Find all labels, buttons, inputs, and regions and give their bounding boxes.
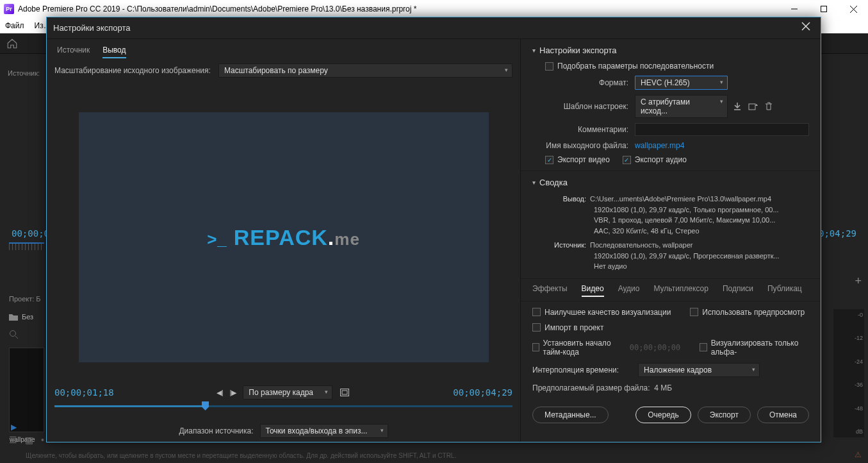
- preview-logo: >_REPACK.me: [207, 225, 360, 250]
- delete-preset-icon[interactable]: [765, 102, 773, 111]
- format-dropdown[interactable]: HEVC (H.265)▾: [635, 76, 728, 90]
- preset-dropdown[interactable]: С атрибутами исход...▾: [635, 95, 728, 118]
- bg-time-ruler[interactable]: [9, 242, 44, 250]
- chevron-down-icon: ▾: [505, 67, 508, 73]
- export-video-checkbox[interactable]: Экспорт видео: [545, 155, 610, 164]
- list-view-icon[interactable]: ☰: [9, 435, 17, 445]
- source-range-dropdown[interactable]: Точки входа/выхода в эпиз...▾: [260, 424, 388, 438]
- summary-line: Последовательность, wallpaper: [590, 241, 692, 249]
- tab-audio[interactable]: Аудио: [618, 284, 640, 297]
- export-settings-header[interactable]: ▾Настройки экспорта: [532, 46, 809, 55]
- metadata-button[interactable]: Метаданные...: [532, 407, 609, 423]
- svg-rect-8: [341, 389, 349, 396]
- preview-canvas: >_REPACK.me: [79, 112, 489, 362]
- svg-rect-1: [821, 6, 827, 12]
- summary-line: C:\User...uments\Adobe\Premiere Pro\13.0…: [590, 195, 771, 203]
- preview-area: >_REPACK.me: [47, 81, 520, 383]
- timeline-scrubber[interactable]: [54, 402, 512, 411]
- use-previews-checkbox[interactable]: Использовать предпросмотр: [690, 308, 805, 317]
- meter-tick: dB: [856, 428, 863, 435]
- grid-view-icon[interactable]: ▦: [25, 435, 33, 445]
- timecode-in[interactable]: 00;00;01;18: [54, 387, 114, 398]
- meter-tick: -48: [855, 405, 863, 412]
- save-preset-icon[interactable]: [733, 102, 742, 111]
- summary-line: 1920x1080 (1,0), 29,97 кадр/с, Прогресси…: [545, 251, 809, 262]
- dialog-close-button[interactable]: [801, 22, 814, 35]
- tab-output[interactable]: Вывод: [102, 46, 126, 58]
- fit-dropdown[interactable]: По размеру кадра▾: [243, 385, 332, 400]
- cancel-button[interactable]: Отмена: [757, 407, 809, 423]
- next-frame-button[interactable]: |▶: [230, 389, 237, 397]
- home-icon[interactable]: [6, 38, 18, 49]
- close-button[interactable]: [839, 0, 868, 18]
- render-alpha-only-checkbox[interactable]: Визуализировать только альфа-: [700, 339, 809, 357]
- meter-tick: -0: [858, 312, 863, 318]
- export-settings-dialog: Настройки экспорта Источник Вывод Масшта…: [46, 17, 821, 442]
- aspect-ratio-icon[interactable]: [339, 387, 350, 398]
- minimize-button[interactable]: [780, 0, 809, 18]
- bg-timecode-left: 00;00;0: [12, 228, 49, 239]
- set-start-timecode-checkbox[interactable]: Установить начало тайм-кода 00;00;00;00: [532, 339, 680, 357]
- format-label: Формат:: [545, 78, 635, 87]
- audio-meters: -0 -12 -24 -36 -48 dB: [833, 309, 864, 437]
- bg-bin-row[interactable]: Без: [9, 313, 33, 321]
- tab-video[interactable]: Видео: [582, 284, 604, 297]
- svg-rect-9: [342, 391, 347, 394]
- output-filename-link[interactable]: wallpaper.mp4: [635, 141, 684, 150]
- max-render-quality-checkbox[interactable]: Наилучшее качество визуализации: [532, 308, 671, 317]
- maximize-button[interactable]: [809, 0, 839, 18]
- summary-line: Нет аудио: [545, 261, 809, 272]
- comments-input[interactable]: [635, 123, 809, 136]
- warning-icon[interactable]: ⚠: [855, 450, 862, 459]
- queue-button[interactable]: Очередь: [635, 407, 691, 423]
- source-range-label: Диапазон источника:: [179, 426, 253, 435]
- playhead[interactable]: [202, 401, 209, 410]
- tab-publish[interactable]: Публикац: [767, 284, 802, 297]
- search-icon[interactable]: [9, 330, 18, 339]
- bg-clip-thumbnail[interactable]: ▶ wallpape: [9, 348, 44, 432]
- tab-multiplexer[interactable]: Мультиплексор: [653, 284, 708, 297]
- export-button[interactable]: Экспорт: [698, 407, 751, 423]
- sort-icon[interactable]: •: [41, 435, 44, 445]
- tab-effects[interactable]: Эффекты: [532, 284, 568, 297]
- timecode-out[interactable]: 00;00;04;29: [453, 387, 512, 398]
- play-icon: ▶: [11, 423, 19, 430]
- meter-tick: -12: [855, 335, 863, 341]
- bg-bottom-icons: ☰ ▦ •: [9, 435, 44, 445]
- summary-output-label: Вывод:: [545, 194, 590, 205]
- bg-source-label: Источник:: [8, 69, 40, 77]
- menu-file[interactable]: Файл: [5, 21, 24, 30]
- summary-source-label: Источник:: [545, 240, 590, 251]
- bg-timecode-right: 0;04;29: [819, 228, 856, 239]
- svg-line-5: [15, 336, 18, 339]
- summary-line: AAC, 320 Кбит/с, 48 кГц, Стерео: [545, 226, 809, 237]
- estimated-size-label: Предполагаемый размер файла:: [532, 383, 650, 392]
- chevron-down-icon: ▾: [325, 389, 328, 395]
- scale-dropdown[interactable]: Масштабировать по размеру▾: [218, 63, 512, 78]
- tab-captions[interactable]: Подписи: [723, 284, 753, 297]
- svg-point-4: [10, 331, 16, 337]
- chevron-down-icon: ▾: [381, 427, 384, 434]
- dialog-title: Настройки экспорта: [53, 23, 131, 33]
- svg-rect-11: [749, 104, 755, 110]
- match-sequence-checkbox[interactable]: Подобрать параметры последовательности: [545, 62, 809, 71]
- titlebar: Pr Adobe Premiere Pro CC 2019 - C:\Польз…: [0, 0, 868, 18]
- summary-line: 1920x1080 (1,0), 29,97 кадр/с, Только пр…: [545, 205, 809, 215]
- output-name-label: Имя выходного файла:: [545, 141, 635, 150]
- estimated-size-value: 4 МБ: [654, 383, 672, 392]
- chevron-down-icon: ▾: [532, 47, 536, 54]
- import-into-project-checkbox[interactable]: Импорт в проект: [532, 323, 809, 332]
- comments-label: Комментарии:: [545, 125, 635, 134]
- export-audio-checkbox[interactable]: Экспорт аудио: [623, 155, 687, 164]
- plus-icon[interactable]: +: [855, 274, 862, 288]
- prev-frame-button[interactable]: ◀|: [217, 389, 224, 397]
- import-preset-icon[interactable]: [748, 102, 758, 111]
- chevron-down-icon: ▾: [720, 79, 723, 85]
- summary-header[interactable]: ▾Сводка: [532, 178, 809, 187]
- start-timecode-value: 00;00;00;00: [630, 343, 680, 352]
- bg-bin-label: Без: [22, 313, 33, 321]
- app-icon: Pr: [4, 4, 14, 14]
- tab-source[interactable]: Источник: [57, 46, 90, 58]
- time-interpolation-dropdown[interactable]: Наложение кадров▾: [638, 363, 760, 377]
- bg-hint-text: Щелкните, чтобы выбрать, или щелкните в …: [26, 452, 456, 459]
